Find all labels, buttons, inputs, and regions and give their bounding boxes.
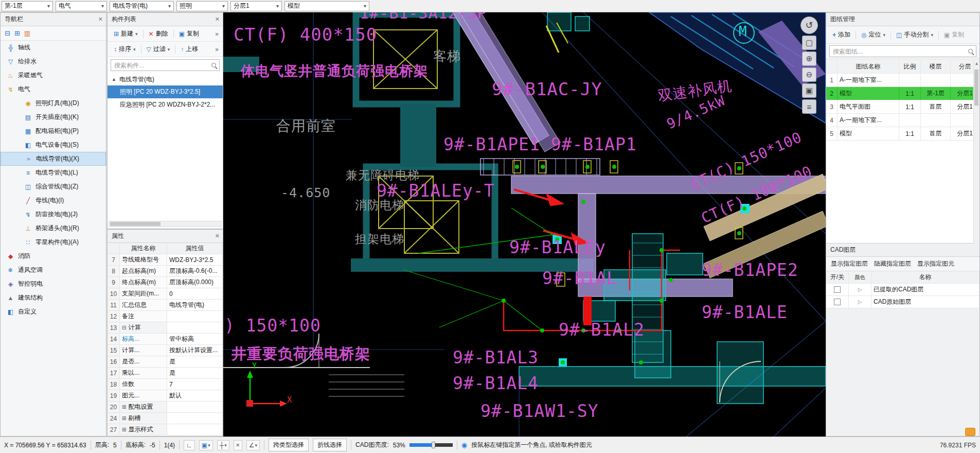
expand-icon[interactable]: ⊞ xyxy=(122,427,126,432)
layer-visibility-checkbox[interactable] xyxy=(834,299,841,305)
zoom-in-tool[interactable]: ⊕ xyxy=(802,51,816,66)
drawing-row[interactable]: 5 模型 1:1 首层 分层1 xyxy=(826,127,979,141)
close-icon[interactable]: ✕ xyxy=(215,13,220,26)
nav-item-lighting-fixtures[interactable]: ◉照明灯具(电)(D) xyxy=(1,96,106,110)
nav-item-lightning-grounding[interactable]: ↯防雷接地(电)(J) xyxy=(1,207,106,221)
floor-select[interactable]: 第-1层 ▾ xyxy=(2,1,53,11)
drawing-row[interactable]: 4 A-一期地下室... xyxy=(826,114,979,127)
manual-split-button[interactable]: ◫ 手动分割 ▾ xyxy=(893,29,936,40)
close-icon[interactable]: ✕ xyxy=(98,13,103,26)
zoom-window-tool[interactable]: ▢ xyxy=(802,36,816,50)
nav-item-fire[interactable]: ◆消防 xyxy=(1,249,106,263)
drawing-search-input[interactable] xyxy=(833,48,966,55)
delete-component-button[interactable]: ✕ 删除 xyxy=(146,28,171,39)
property-row[interactable]: 18倍数7 xyxy=(108,379,223,390)
nav-item-hvac[interactable]: ❄通风空调 xyxy=(1,263,106,277)
layer-visibility-checkbox[interactable] xyxy=(834,286,841,293)
component-search-input[interactable] xyxy=(114,62,209,69)
cad-viewport[interactable]: CT(F) 400*1501#-B1-3A12-3P体电气竖井普通负荷强电桥架客… xyxy=(223,12,826,437)
sort-button[interactable]: ↕ 排序 ▾ xyxy=(111,44,139,55)
nav-item-smart-control[interactable]: ◈智控弱电 xyxy=(1,277,106,291)
property-row[interactable]: 9终点标高(m)层顶标高(0.000) xyxy=(108,277,223,288)
filter-button[interactable]: ▽ 过滤 ▾ xyxy=(144,44,173,55)
component-select[interactable]: 照明 ▾ xyxy=(176,1,228,11)
scroll-up-icon[interactable]: ▲ xyxy=(974,60,979,67)
snap-mode-button[interactable]: ┼▾ xyxy=(217,440,229,450)
property-row[interactable]: 8起点标高(m)层顶标高-0.6(-0... xyxy=(108,266,223,277)
property-row[interactable]: 17乘以...是 xyxy=(108,368,223,379)
expand-icon[interactable]: ⊞ xyxy=(122,404,126,410)
nav-item-plumbing[interactable]: ▽给排水 xyxy=(1,55,106,68)
previous-view-tool[interactable]: ▣ xyxy=(802,83,816,98)
nav-item-tray-fittings[interactable]: ⊥桥架通头(电)(R) xyxy=(1,221,106,235)
property-row[interactable]: 11汇总信息电线导管(电) xyxy=(108,300,223,311)
cad-brightness-slider[interactable] xyxy=(409,443,453,447)
property-row[interactable]: 16是否...是 xyxy=(108,356,223,368)
overflow-icon[interactable]: » xyxy=(215,30,220,38)
property-group-row[interactable]: 27⊞显示样式 xyxy=(108,424,223,435)
notification-badge[interactable] xyxy=(965,428,975,436)
property-group-row[interactable]: 24⊞剔槽 xyxy=(108,413,223,424)
nav-item-composite-pipeline[interactable]: ◫综合管线(电)(Z) xyxy=(1,180,106,194)
scrollbar-thumb[interactable] xyxy=(110,222,161,226)
drawing-row[interactable]: 1 A-一期地下室... xyxy=(826,74,979,87)
slider-knob[interactable] xyxy=(432,442,435,448)
nav-item-axis[interactable]: ╬轴线 xyxy=(1,41,106,55)
sublayer-select[interactable]: 分层1 ▾ xyxy=(230,1,282,11)
nav-item-heating-gas[interactable]: ♨采暖燃气 xyxy=(1,68,106,82)
locate-drawing-button[interactable]: ◎ 定位 ▾ xyxy=(858,29,888,40)
nav-item-distribution-boxes[interactable]: ▦配电箱柜(电)(P) xyxy=(1,124,106,138)
collapse-icon[interactable]: ⊟ xyxy=(122,325,126,330)
element-type-select[interactable]: 电线导管(电) ▾ xyxy=(110,1,174,11)
nav-item-electrical-equipment[interactable]: ◧电气设备(电)(S) xyxy=(1,138,106,152)
cross-type-select-button[interactable]: 跨类型选择 xyxy=(269,439,309,451)
nav-item-misc-components[interactable]: ∷零星构件(电)(A) xyxy=(1,235,106,249)
expand-icon[interactable]: ⊞ xyxy=(122,415,126,421)
discipline-select[interactable]: 电气 ▾ xyxy=(56,1,107,11)
property-row[interactable]: 14标高...管中标高 xyxy=(108,334,223,345)
tab-show-specified-elements[interactable]: 显示指定图元 xyxy=(915,258,957,270)
add-drawing-button[interactable]: + 添加 xyxy=(829,29,853,40)
horizontal-scrollbar[interactable] xyxy=(109,221,222,227)
expand-all-icon[interactable]: ⊞ xyxy=(14,29,20,37)
cad-layer-row[interactable]: ▷ CAD原始图层 xyxy=(826,296,979,308)
panel-settings-icon[interactable]: ▥ xyxy=(24,29,30,37)
collapse-all-icon[interactable]: ⊟ xyxy=(5,29,10,37)
expand-right-icon[interactable]: ▷ xyxy=(858,287,862,292)
move-up-button[interactable]: ↑ 上移 xyxy=(177,44,201,55)
nav-item-busbar[interactable]: ╱母线(电)(I) xyxy=(1,194,106,207)
property-row[interactable]: 12备注 xyxy=(108,311,223,322)
property-group-row[interactable]: 13⊟计算 xyxy=(108,322,223,334)
nav-item-electrical[interactable]: ↯电气 xyxy=(1,82,106,96)
property-group-row[interactable]: 20⊞配电设置 xyxy=(108,402,223,413)
nav-item-wire-conduit[interactable]: ≈电线导管(电)(X) xyxy=(1,152,106,166)
copy-component-button[interactable]: ▣ 复制 xyxy=(176,28,202,39)
model-view-select[interactable]: 模型 ▾ xyxy=(284,1,369,11)
orbit-tool[interactable]: ↺ xyxy=(800,16,818,34)
tab-show-specified-layers[interactable]: 显示指定图层 xyxy=(828,258,870,270)
angle-mode-button[interactable]: ∠▾ xyxy=(246,440,260,450)
nav-item-structure[interactable]: ▲建筑结构 xyxy=(1,291,106,305)
drawing-row[interactable]: 3 电气平面图 1:1 首层 分层1 xyxy=(826,100,979,114)
vertical-scrollbar[interactable]: ▲ xyxy=(973,60,979,243)
nav-item-switch-sockets[interactable]: ▤开关插座(电)(K) xyxy=(1,110,106,124)
snap-off-button[interactable]: × xyxy=(234,440,242,450)
overflow-icon[interactable]: » xyxy=(215,46,220,53)
polyline-select-button[interactable]: 折线选择 xyxy=(313,439,347,451)
tab-hide-specified-layers[interactable]: 隐藏指定图层 xyxy=(871,258,914,270)
component-item-emergency-lighting[interactable]: 应急照明 [PC 20 WDZN-BYJ-2*2... xyxy=(108,98,223,111)
property-row[interactable]: 15计算...按默认计算设置... xyxy=(108,345,223,356)
ortho-toggle[interactable]: ∟ xyxy=(184,440,195,450)
copy-drawing-button[interactable]: ▣ 复制 xyxy=(941,29,967,40)
scrollbar-thumb[interactable] xyxy=(974,69,978,106)
property-row[interactable]: 19图元...默认 xyxy=(108,390,223,402)
new-component-button[interactable]: ⊞ 新建 ▾ xyxy=(111,28,141,39)
zoom-out-tool[interactable]: ⊖ xyxy=(802,67,816,82)
nav-item-cable-conduit[interactable]: ≡电缆导管(电)(L) xyxy=(1,166,106,180)
property-row[interactable]: 10支架间距(m...0 xyxy=(108,288,223,300)
property-row[interactable]: 7导线规格型号WDZ-BYJ-3*2.5 xyxy=(108,254,223,266)
selection-mode-button[interactable]: ▣▾ xyxy=(199,440,213,450)
cad-layer-row[interactable]: ▷ 已提取的CAD图层 xyxy=(826,284,979,296)
component-item-lighting[interactable]: 照明 [PC 20 WDZ-BYJ-3*2.5] xyxy=(108,85,223,98)
nav-item-custom[interactable]: ◧自定义 xyxy=(1,305,106,319)
